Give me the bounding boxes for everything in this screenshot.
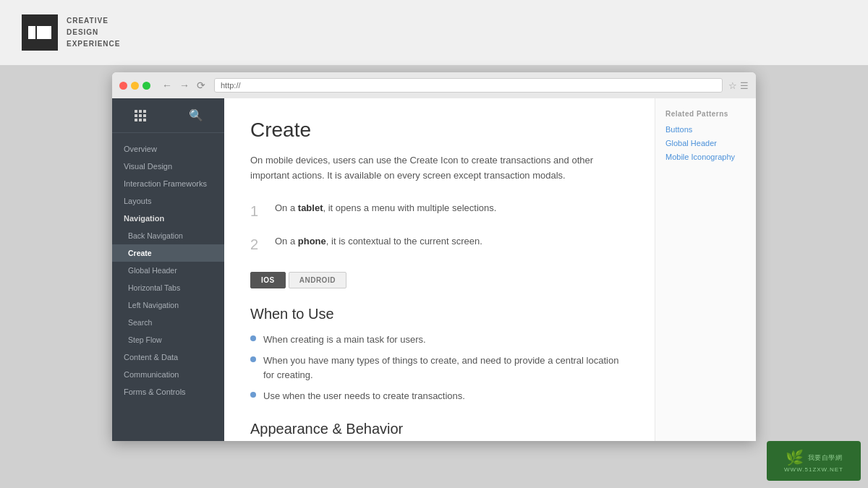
browser-chrome: ← → ⟳ http:// ☆ ☰ [112,72,756,98]
bullet-dot-3 [250,392,256,398]
sidebar-item-interaction[interactable]: Interaction Frameworks [112,175,224,192]
forward-button[interactable]: → [176,78,192,93]
when-to-use-title: When to Use [250,306,629,322]
search-button[interactable]: 🔍 [169,98,225,132]
grid-icon [135,110,146,121]
page-title: Create [250,119,629,142]
numbered-list: 1 On a tablet, it opens a menu with mult… [250,201,629,254]
bullet-item-3: Use when the user needs to create transa… [250,389,629,403]
svg-rect-3 [28,22,51,26]
bullet-dot-2 [250,356,256,362]
sidebar-item-forms-controls[interactable]: Forms & Controls [112,383,224,401]
address-bar[interactable]: http:// [214,78,723,93]
main-content: Create On mobile devices, users can use … [224,98,655,441]
bullet-item-1: When creating is a main task for users. [250,333,629,347]
star-icon[interactable]: ☆ [728,80,737,91]
sidebar-item-visual-design[interactable]: Visual Design [112,158,224,175]
tabs-bar: IOS ANDROID [250,272,629,288]
svg-rect-4 [28,39,51,43]
back-button[interactable]: ← [159,78,175,93]
page-description: On mobile devices, users can use the Cre… [250,153,626,184]
bullet-list: When creating is a main task for users. … [250,333,629,403]
browser-actions: ☆ ☰ [728,80,749,91]
sidebar-icons: 🔍 [112,98,224,133]
sidebar-item-global-header[interactable]: Global Header [112,262,224,279]
sidebar-item-back-navigation[interactable]: Back Navigation [112,227,224,244]
refresh-button[interactable]: ⟳ [194,78,208,93]
item-text-2: On a phone, it is contextual to the curr… [275,234,482,249]
item-text-1: On a tablet, it opens a menu with multip… [275,201,496,216]
browser-window: ← → ⟳ http:// ☆ ☰ 🔍 [112,72,756,441]
logo-text: CREATIVE DESIGN EXPERIENCE [67,15,120,50]
top-bar: CREATIVE DESIGN EXPERIENCE [0,0,868,65]
address-text: http:// [221,81,241,90]
item-number-1: 1 [250,201,265,221]
watermark-top: 🌿 我要自學網 [786,449,843,466]
bullet-text-1: When creating is a main task for users. [263,333,426,347]
traffic-lights [119,82,150,90]
traffic-light-red[interactable] [119,82,127,90]
sidebar: 🔍 Overview Visual Design Interaction Fra… [112,98,224,441]
watermark-leaf-icon: 🌿 [786,449,804,466]
traffic-light-yellow[interactable] [131,82,139,90]
grid-view-button[interactable] [112,100,169,132]
sidebar-item-create[interactable]: Create [112,244,224,262]
numbered-item-1: 1 On a tablet, it opens a menu with mult… [250,201,629,221]
tab-android[interactable]: ANDROID [289,272,346,288]
sidebar-item-communication[interactable]: Communication [112,366,224,383]
item-number-2: 2 [250,234,265,254]
related-patterns-title: Related Patterns [665,110,746,118]
watermark-url: WWW.51ZXW.NET [784,466,843,473]
logo-area: CREATIVE DESIGN EXPERIENCE [22,14,120,51]
bullet-text-3: Use when the user needs to create transa… [263,389,465,403]
sidebar-section-navigation: Navigation [112,210,224,227]
sidebar-item-layouts[interactable]: Layouts [112,192,224,210]
tab-ios[interactable]: IOS [250,272,286,288]
bullet-dot-1 [250,335,256,341]
sidebar-nav: Overview Visual Design Interaction Frame… [112,133,224,441]
browser-nav-buttons: ← → ⟳ [159,78,208,93]
search-icon: 🔍 [189,108,203,122]
sidebar-item-content-data[interactable]: Content & Data [112,348,224,366]
sidebar-item-left-navigation[interactable]: Left Navigation [112,296,224,314]
menu-icon[interactable]: ☰ [740,80,749,91]
sidebar-item-overview[interactable]: Overview [112,140,224,158]
bullet-text-2: When you have many types of things to cr… [263,354,629,382]
related-link-global-header[interactable]: Global Header [665,139,746,147]
sidebar-item-step-flow[interactable]: Step Flow [112,331,224,348]
numbered-item-2: 2 On a phone, it is contextual to the cu… [250,234,629,254]
watermark-text-chinese: 我要自學網 [808,453,843,463]
right-sidebar: Related Patterns Buttons Global Header M… [655,98,756,441]
appearance-title: Appearance & Behavior [250,421,629,437]
sidebar-item-search[interactable]: Search [112,314,224,331]
logo-icon [22,14,58,51]
traffic-light-green[interactable] [142,82,150,90]
related-link-mobile-iconography[interactable]: Mobile Iconography [665,153,746,161]
bullet-item-2: When you have many types of things to cr… [250,354,629,382]
related-link-buttons[interactable]: Buttons [665,125,746,134]
sidebar-item-horizontal-tabs[interactable]: Horizontal Tabs [112,279,224,296]
watermark: 🌿 我要自學網 WWW.51ZXW.NET [767,441,861,481]
browser-content: 🔍 Overview Visual Design Interaction Fra… [112,98,756,441]
